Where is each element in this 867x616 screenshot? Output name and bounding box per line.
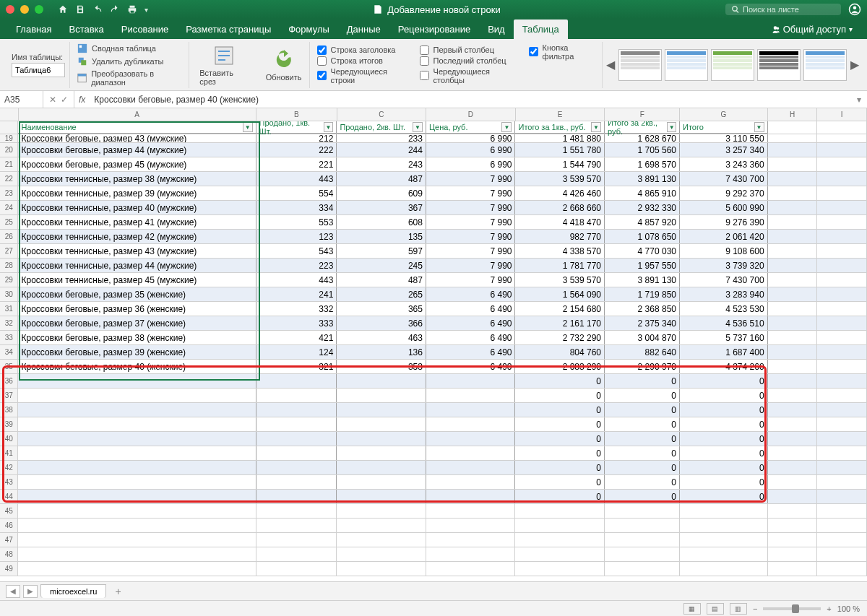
- ribbon-tab[interactable]: Вставка: [60, 19, 112, 39]
- cell[interactable]: 1 544 790: [515, 157, 605, 171]
- cell[interactable]: 443: [256, 273, 337, 287]
- row-header[interactable]: 42: [0, 461, 18, 474]
- zoom-slider[interactable]: [763, 607, 821, 610]
- cell[interactable]: 0: [605, 417, 680, 431]
- cell[interactable]: 6 990: [426, 143, 516, 157]
- cell[interactable]: [768, 389, 818, 402]
- cell[interactable]: 0: [605, 374, 680, 388]
- cell[interactable]: [18, 547, 256, 561]
- cell[interactable]: [18, 461, 256, 474]
- cell[interactable]: 7 990: [426, 215, 516, 229]
- print-icon[interactable]: [127, 4, 137, 14]
- table-column-header[interactable]: Наименование▼: [18, 121, 256, 134]
- cell[interactable]: 7 990: [426, 186, 516, 200]
- cell[interactable]: 4 338 570: [515, 244, 605, 258]
- row-header[interactable]: 28: [0, 259, 18, 272]
- cell[interactable]: [605, 533, 680, 547]
- zoom-level[interactable]: 100 %: [837, 604, 860, 613]
- row-header[interactable]: 46: [0, 519, 18, 532]
- cell[interactable]: [768, 172, 818, 186]
- column-header[interactable]: F: [605, 108, 680, 121]
- page-layout-view-button[interactable]: ▤: [707, 603, 724, 615]
- cell[interactable]: 0: [515, 475, 605, 489]
- column-header[interactable]: G: [680, 108, 768, 121]
- style-thumb-3[interactable]: [711, 49, 754, 81]
- cell[interactable]: 6 490: [426, 316, 516, 330]
- cell[interactable]: [817, 121, 867, 134]
- cell[interactable]: Кроссовки беговые, размер 39 (женские): [18, 345, 256, 359]
- cell[interactable]: 4 523 530: [680, 302, 768, 316]
- home-icon[interactable]: [58, 4, 68, 14]
- cell[interactable]: Кроссовки теннисные, размер 41 (мужские): [18, 215, 256, 229]
- cell[interactable]: [817, 215, 867, 229]
- gallery-prev-button[interactable]: ◀: [605, 49, 616, 81]
- column-header[interactable]: A: [19, 108, 256, 121]
- cell[interactable]: [817, 201, 867, 214]
- cell[interactable]: Кроссовки теннисные, размер 43 (мужские): [18, 244, 256, 258]
- cell[interactable]: [515, 504, 605, 518]
- cell[interactable]: Кроссовки беговые, размер 36 (женские): [18, 302, 256, 316]
- cell[interactable]: [768, 331, 818, 344]
- cell[interactable]: 241: [256, 287, 337, 301]
- cell[interactable]: [768, 215, 818, 229]
- cell[interactable]: [680, 562, 768, 576]
- cell[interactable]: [817, 475, 867, 489]
- column-header[interactable]: E: [516, 108, 605, 121]
- cell[interactable]: [256, 504, 337, 518]
- share-button[interactable]: Общий доступ ▾: [763, 19, 860, 39]
- cell[interactable]: 2 732 290: [515, 331, 605, 344]
- cell[interactable]: [256, 562, 337, 576]
- cell[interactable]: 0: [605, 475, 680, 489]
- cell[interactable]: 0: [515, 432, 605, 446]
- cell[interactable]: 367: [337, 201, 426, 214]
- cell[interactable]: Кроссовки теннисные, размер 42 (мужские): [18, 230, 256, 243]
- cell[interactable]: 3 004 870: [605, 331, 680, 344]
- cell[interactable]: [680, 504, 768, 518]
- style-thumb-1[interactable]: [618, 49, 662, 81]
- ribbon-tab[interactable]: Рисование: [113, 19, 177, 39]
- cell[interactable]: 443: [256, 172, 337, 186]
- cell[interactable]: 0: [605, 461, 680, 474]
- table-column-header[interactable]: Продано, 1кв. Шт.▼: [256, 121, 337, 134]
- cell[interactable]: Кроссовки беговые, размер 44 (мужские): [18, 143, 256, 157]
- cell[interactable]: [817, 230, 867, 243]
- cell[interactable]: 3 539 570: [515, 172, 605, 186]
- cell[interactable]: [256, 374, 337, 388]
- select-all-corner[interactable]: [0, 108, 19, 121]
- total-row-check[interactable]: Строка итогов: [317, 56, 408, 66]
- cell[interactable]: [768, 157, 818, 171]
- cell[interactable]: 3 539 570: [515, 273, 605, 287]
- save-icon[interactable]: [75, 4, 85, 14]
- cell[interactable]: 543: [256, 244, 337, 258]
- cell[interactable]: [515, 547, 605, 561]
- cell[interactable]: [605, 562, 680, 576]
- cell[interactable]: 0: [515, 446, 605, 460]
- cell[interactable]: 7 990: [426, 259, 516, 272]
- cell[interactable]: 6 990: [426, 134, 516, 142]
- cell[interactable]: [817, 331, 867, 344]
- cell[interactable]: [256, 403, 337, 417]
- column-header[interactable]: I: [817, 108, 867, 121]
- confirm-formula-icon[interactable]: ✓: [61, 95, 68, 105]
- cell[interactable]: 487: [337, 273, 426, 287]
- zoom-in-button[interactable]: +: [827, 604, 831, 613]
- cell[interactable]: [768, 316, 818, 330]
- cell[interactable]: [768, 273, 818, 287]
- cell[interactable]: [426, 403, 516, 417]
- row-header[interactable]: 47: [0, 533, 18, 547]
- cell[interactable]: [256, 446, 337, 460]
- cell[interactable]: [18, 562, 256, 576]
- cell[interactable]: [817, 345, 867, 359]
- style-thumb-4[interactable]: [757, 49, 801, 81]
- cell[interactable]: [337, 547, 426, 561]
- cell[interactable]: [768, 360, 818, 373]
- cell[interactable]: 6 490: [426, 345, 516, 359]
- cell[interactable]: 0: [605, 389, 680, 402]
- row-header[interactable]: 35: [0, 360, 18, 373]
- cell[interactable]: [605, 519, 680, 532]
- cell[interactable]: 6 490: [426, 360, 516, 373]
- cell[interactable]: [817, 316, 867, 330]
- row-header[interactable]: 36: [0, 374, 18, 388]
- column-header[interactable]: D: [426, 108, 516, 121]
- cell[interactable]: 365: [337, 302, 426, 316]
